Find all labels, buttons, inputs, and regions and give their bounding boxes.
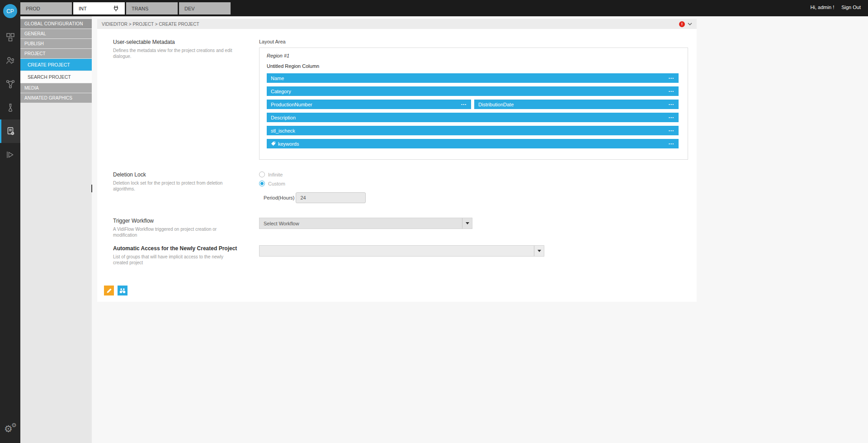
tab-dev[interactable]: DEV <box>179 2 231 14</box>
metadata-field-distributiondate[interactable]: DistributionDate … <box>474 100 679 109</box>
sidebar-rail-item-users[interactable] <box>0 49 20 72</box>
region-column-label: Untitled Region Column <box>267 63 679 69</box>
tab-prod-label: PROD <box>26 6 40 11</box>
app-root: CP <box>0 0 868 443</box>
gear-small-icon: ⚙ <box>11 422 17 428</box>
radio-infinite-label: Infinite <box>268 172 283 177</box>
sign-out-link[interactable]: Sign Out <box>841 5 861 10</box>
metadata-field-stl-ischeck[interactable]: stl_ischeck … <box>267 126 679 135</box>
users-icon <box>5 56 15 66</box>
metadata-field-label: Name <box>271 76 284 81</box>
metadata-description: Defines the metadata view for the projec… <box>113 48 240 59</box>
ellipsis-icon[interactable]: … <box>668 89 675 91</box>
metadata-field-keywords[interactable]: keywords … <box>267 139 679 148</box>
workflow-select[interactable]: Select Workflow <box>259 218 472 229</box>
section-deletion-lock: Deletion Lock Deletion lock set for the … <box>113 171 697 203</box>
sidebar-rail-item-project-config[interactable] <box>0 119 20 143</box>
preview-button[interactable] <box>118 286 127 295</box>
tab-prod[interactable]: PROD <box>20 2 72 14</box>
section-user-selectable-metadata: User-selectable Metadata Defines the met… <box>113 39 697 160</box>
period-hours-label: Period(Hours) <box>264 195 294 200</box>
breadcrumb: VIDIEDITOR > PROJECT > CREATE PROJECT <box>102 22 199 27</box>
config-subnav: GLOBAL CONFIGURATION GENERAL PUBLISH PRO… <box>20 16 92 443</box>
sidebar-rail-item-lab[interactable] <box>0 96 20 119</box>
icon-rail: CP <box>0 0 20 443</box>
section-trigger-workflow: Trigger Workflow A VidiFlow Workflow tri… <box>113 218 697 238</box>
topbar-user-area: Hi, admin ! Sign Out <box>811 5 861 10</box>
tab-trans[interactable]: TRANS <box>126 2 178 14</box>
tab-int-label: INT <box>79 6 87 11</box>
metadata-field-label: stl_ischeck <box>271 128 295 133</box>
metadata-field-name[interactable]: Name … <box>267 73 679 83</box>
section-automatic-access: Automatic Access for the Newly Created P… <box>113 245 697 266</box>
sidebar-item-search-project[interactable]: SEARCH PROJECT <box>20 71 92 83</box>
edit-button[interactable] <box>104 286 114 295</box>
access-groups-select[interactable] <box>259 245 544 257</box>
region-label: Region #1 <box>267 53 679 58</box>
metadata-field-description[interactable]: Description … <box>267 113 679 122</box>
metadata-field-label: keywords <box>278 141 299 147</box>
automatic-access-description: List of groups that will have implicit a… <box>113 254 240 266</box>
deletion-lock-description: Deletion lock set for the project to pro… <box>113 180 240 192</box>
metadata-field-category[interactable]: Category … <box>267 86 679 96</box>
sidebar-item-project[interactable]: PROJECT <box>20 49 92 58</box>
layout-region-box: Region #1 Untitled Region Column Name … … <box>259 48 688 160</box>
project-config-icon <box>6 126 16 136</box>
environment-tabs: PROD INT TRANS DEV <box>20 2 231 14</box>
chevron-down-icon[interactable] <box>688 23 692 26</box>
trigger-workflow-title: Trigger Workflow <box>113 218 259 224</box>
sidebar-rail-item-modules[interactable] <box>0 25 20 49</box>
chevron-down-icon <box>466 222 469 224</box>
ellipsis-icon[interactable]: … <box>461 102 467 105</box>
sidebar-rail-item-player[interactable] <box>0 143 20 167</box>
plug-icon <box>113 5 119 12</box>
sidebar-item-media[interactable]: MEDIA <box>20 83 92 93</box>
sidebar-item-general[interactable]: GENERAL <box>20 29 92 38</box>
ellipsis-icon[interactable]: … <box>668 128 675 131</box>
user-greeting: Hi, admin ! <box>811 5 835 10</box>
breadcrumb-bar: VIDIEDITOR > PROJECT > CREATE PROJECT ! <box>97 19 697 29</box>
topbar: PROD INT TRANS DEV Hi, <box>20 0 868 16</box>
metadata-title: User-selectable Metadata <box>113 39 259 45</box>
metadata-field-productionnumber[interactable]: ProductionNumber … <box>267 100 471 109</box>
error-indicator-icon[interactable]: ! <box>679 21 685 27</box>
tag-icon <box>271 141 276 146</box>
automatic-access-title: Automatic Access for the Newly Created P… <box>113 245 259 252</box>
sidebar-item-animated-graphics[interactable]: ANIMATED GRAPHICS <box>20 93 92 103</box>
tab-trans-label: TRANS <box>132 6 148 11</box>
settings-gears-button[interactable]: ⚙ ⚙ <box>0 422 20 438</box>
binoculars-icon <box>119 288 126 294</box>
metadata-field-label: ProductionNumber <box>271 102 312 107</box>
dropdown-arrow-button[interactable] <box>462 218 472 229</box>
trigger-workflow-description: A VidiFlow Workflow triggered on project… <box>113 226 240 238</box>
sidebar-item-publish[interactable]: PUBLISH <box>20 39 92 48</box>
main-area: VIDIEDITOR > PROJECT > CREATE PROJECT ! <box>92 16 868 443</box>
metadata-field-label: Category <box>271 89 291 94</box>
ellipsis-icon[interactable]: … <box>668 102 675 105</box>
content-card: VIDIEDITOR > PROJECT > CREATE PROJECT ! <box>97 19 697 302</box>
ellipsis-icon[interactable]: … <box>668 115 675 118</box>
dropdown-arrow-button[interactable] <box>534 246 544 256</box>
metadata-field-label: Description <box>271 115 296 120</box>
ellipsis-icon[interactable]: … <box>668 76 675 78</box>
period-hours-input[interactable] <box>296 192 366 203</box>
layout-area-label: Layout Area <box>259 39 697 44</box>
avatar[interactable]: CP <box>3 4 17 18</box>
ellipsis-icon[interactable]: … <box>668 141 675 144</box>
metadata-field-label: DistributionDate <box>478 102 514 107</box>
subnav-header-global-configuration: GLOBAL CONFIGURATION <box>20 19 92 29</box>
radio-infinite[interactable] <box>259 171 265 177</box>
modules-icon <box>5 32 15 42</box>
sidebar-item-create-project[interactable]: CREATE PROJECT <box>20 59 92 71</box>
subnav-resize-handle[interactable] <box>91 185 92 192</box>
chevron-down-icon <box>538 250 541 252</box>
radio-custom-label: Custom <box>268 181 285 186</box>
radio-custom[interactable] <box>259 181 265 186</box>
flask-icon <box>5 103 15 113</box>
player-icon <box>5 150 15 160</box>
workflow-select-value: Select Workflow <box>264 221 299 226</box>
sidebar-rail-item-workflow[interactable] <box>0 72 20 96</box>
workflow-icon <box>5 79 15 89</box>
tab-int[interactable]: INT <box>73 2 125 14</box>
tab-dev-label: DEV <box>184 6 195 11</box>
